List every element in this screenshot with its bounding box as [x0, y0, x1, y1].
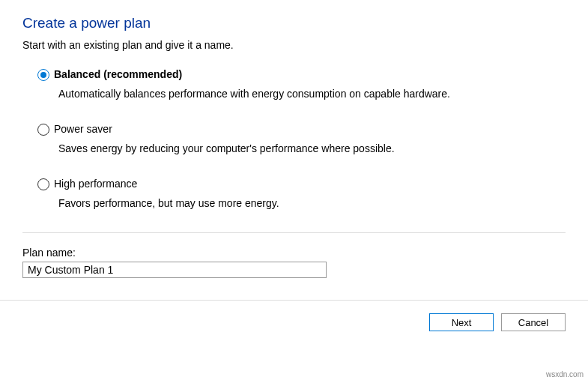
radio-icon	[37, 124, 49, 136]
radio-icon	[37, 178, 49, 190]
next-button[interactable]: Next	[429, 313, 494, 331]
page-subtitle: Start with an existing plan and give it …	[22, 39, 566, 51]
footer-divider	[0, 300, 588, 301]
option-description: Automatically balances performance with …	[54, 87, 566, 102]
radio-icon	[37, 69, 49, 81]
option-label: High performance	[54, 177, 566, 192]
option-description: Favors performance, but may use more ene…	[54, 196, 566, 211]
option-description: Saves energy by reducing your computer's…	[54, 142, 566, 157]
option-high-performance[interactable]: High performance Favors performance, but…	[37, 177, 566, 211]
plan-name-input[interactable]	[22, 262, 327, 278]
option-label: Balanced (recommended)	[54, 67, 566, 82]
plan-name-label: Plan name:	[22, 247, 566, 259]
power-plan-options: Balanced (recommended) Automatically bal…	[22, 67, 566, 211]
option-label: Power saver	[54, 122, 566, 137]
option-balanced[interactable]: Balanced (recommended) Automatically bal…	[37, 67, 566, 101]
watermark: wsxdn.com	[546, 370, 584, 379]
page-title: Create a power plan	[22, 15, 566, 31]
cancel-button[interactable]: Cancel	[501, 313, 566, 331]
option-power-saver[interactable]: Power saver Saves energy by reducing you…	[37, 122, 566, 156]
divider	[22, 232, 566, 233]
